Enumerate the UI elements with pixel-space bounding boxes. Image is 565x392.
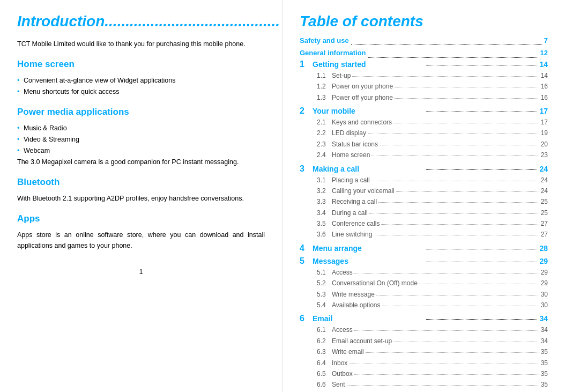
toc-sub-page: 16 bbox=[541, 92, 548, 103]
toc-sub-page: 30 bbox=[541, 289, 548, 300]
toc-sub-label: Status bar icons bbox=[332, 139, 378, 150]
toc-chapter: 2Your mobile172.1Keys and connectors172.… bbox=[300, 106, 548, 161]
toc-sub-label: Available options bbox=[332, 300, 381, 310]
section-power-media: Power media applicationsMusic & RadioVid… bbox=[17, 107, 265, 168]
toc-chapter-num: 2 bbox=[300, 106, 308, 116]
toc-sub-num: 2.4 bbox=[317, 150, 332, 160]
left-page-number: 1 bbox=[17, 268, 265, 276]
toc-sub-entry: 1.3Power off your phone16 bbox=[300, 92, 548, 103]
toc-chapter-num: 4 bbox=[300, 243, 308, 253]
toc-title: Table of contents bbox=[300, 13, 548, 30]
toc-sub-page: 35 bbox=[541, 346, 548, 357]
toc-sub-dots bbox=[396, 191, 539, 192]
section-paragraph: Apps store is an online software store, … bbox=[17, 230, 265, 251]
toc-sub-num: 6.3 bbox=[317, 346, 332, 357]
toc-chapters: 1Getting started141.1Set-up141.2Power on… bbox=[300, 60, 548, 390]
toc-sub-dots bbox=[395, 87, 539, 87]
toc-chapter: 1Getting started141.1Set-up141.2Power on… bbox=[300, 60, 548, 103]
toc-sub-label: Keys and connectors bbox=[332, 117, 392, 128]
toc-chapter-num: 5 bbox=[300, 256, 308, 266]
toc-chapter-num: 3 bbox=[300, 164, 308, 174]
toc-sub-page: 24 bbox=[541, 175, 548, 186]
toc-sub-dots bbox=[352, 76, 539, 77]
toc-sub-dots bbox=[366, 352, 539, 353]
toc-sub-dots bbox=[381, 224, 539, 225]
toc-chapter-dots bbox=[426, 319, 538, 320]
toc-entry-label: Safety and use bbox=[300, 34, 349, 47]
toc-sub-entry: 2.2LED display19 bbox=[300, 128, 548, 138]
toc-chapter-dots bbox=[426, 249, 538, 249]
toc-sub-dots bbox=[382, 306, 539, 306]
toc-sub-num: 6.1 bbox=[317, 324, 332, 335]
toc-chapter-title-row: 4Menu arrange28 bbox=[300, 243, 548, 253]
toc-sub-entry: 5.3Write message30 bbox=[300, 289, 548, 300]
bullet-item: Menu shortcuts for quick access bbox=[17, 86, 265, 98]
toc-chapter-label: Your mobile bbox=[313, 107, 424, 115]
toc-chapter-page: 28 bbox=[539, 244, 548, 253]
toc-sub-page: 14 bbox=[541, 70, 548, 81]
toc-sub-dots bbox=[349, 364, 539, 364]
toc-sub-entry: 6.2Email account set-up34 bbox=[300, 336, 548, 346]
toc-sub-entry: 3.5Conference calls27 bbox=[300, 218, 548, 229]
toc-sub-label: Access bbox=[332, 267, 353, 278]
section-apps: AppsApps store is an online software sto… bbox=[17, 213, 265, 251]
toc-sub-dots bbox=[419, 284, 539, 284]
toc-sub-page: 29 bbox=[541, 278, 548, 289]
toc-chapter-page: 14 bbox=[539, 60, 548, 69]
toc-sub-num: 5.3 bbox=[317, 289, 332, 300]
toc-sub-page: 35 bbox=[541, 379, 548, 390]
toc-chapter-title-row: 2Your mobile17 bbox=[300, 106, 548, 116]
toc-sub-dots bbox=[393, 342, 539, 342]
toc-sub-page: 27 bbox=[541, 218, 548, 229]
bullet-item: Video & Streaming bbox=[17, 134, 265, 145]
toc-sub-entry: 3.6Line switching27 bbox=[300, 229, 548, 240]
toc-sub-dots bbox=[354, 374, 539, 375]
right-page: Table of contents Safety and use7General… bbox=[282, 0, 565, 392]
intro-paragraph: TCT Mobile Limited would like to thank y… bbox=[17, 39, 265, 49]
toc-chapter-label: Making a call bbox=[313, 165, 424, 173]
toc-chapter: 6Email346.1Access346.2Email account set-… bbox=[300, 314, 548, 390]
left-page: Introduction............................… bbox=[0, 0, 282, 392]
toc-sub-label: Calling your voicemail bbox=[332, 186, 395, 196]
toc-sub-entry: 3.4During a call25 bbox=[300, 208, 548, 218]
toc-sub-num: 6.4 bbox=[317, 358, 332, 368]
toc-chapter-dots bbox=[426, 112, 538, 112]
toc-sub-page: 23 bbox=[541, 150, 548, 160]
toc-sub-entry: 5.2Conversational On (Off) mode29 bbox=[300, 278, 548, 289]
toc-sub-num: 3.5 bbox=[317, 218, 332, 229]
toc-chapter-title-row: 5Messages29 bbox=[300, 256, 548, 266]
toc-sub-entry: 2.1Keys and connectors17 bbox=[300, 117, 548, 128]
toc-sub-dots bbox=[378, 202, 539, 203]
toc-sub-entry: 2.3Status bar icons20 bbox=[300, 139, 548, 150]
toc-sub-dots bbox=[393, 123, 539, 123]
toc-sub-entry: 5.1Access29 bbox=[300, 267, 548, 278]
toc-sub-page: 25 bbox=[541, 196, 548, 207]
toc-entry-label: General information bbox=[300, 47, 366, 59]
toc-sub-dots bbox=[354, 273, 539, 273]
toc-sub-num: 3.2 bbox=[317, 186, 332, 196]
toc-sub-entry: 6.3Write email35 bbox=[300, 346, 548, 357]
toc-sub-entry: 6.5Outbox35 bbox=[300, 368, 548, 379]
toc-sub-dots bbox=[371, 156, 539, 156]
toc-sub-num: 5.2 bbox=[317, 278, 332, 289]
toc-sub-page: 25 bbox=[541, 208, 548, 218]
toc-sub-label: Receiving a call bbox=[332, 196, 377, 207]
section-home-screen: Home screenConvenient at-a-glance view o… bbox=[17, 59, 265, 98]
toc-sub-dots bbox=[371, 181, 539, 181]
toc-sub-entry: 3.3Receiving a call25 bbox=[300, 196, 548, 207]
toc-chapter-label: Menu arrange bbox=[313, 244, 424, 253]
toc-sub-num: 3.1 bbox=[317, 175, 332, 186]
toc-chapter-title-row: 1Getting started14 bbox=[300, 60, 548, 69]
bullet-item: Webcam bbox=[17, 145, 265, 157]
toc-sub-page: 35 bbox=[541, 358, 548, 368]
toc-chapter-label: Messages bbox=[313, 257, 424, 265]
toc-entry-page: 12 bbox=[540, 47, 548, 59]
toc-sub-entry: 1.2Power on your phone16 bbox=[300, 81, 548, 92]
intro-title: Introduction............................… bbox=[17, 13, 265, 30]
toc-sub-num: 2.3 bbox=[317, 139, 332, 150]
toc-sub-page: 16 bbox=[541, 81, 548, 92]
toc-sub-dots bbox=[368, 134, 539, 134]
toc-sub-label: During a call bbox=[332, 208, 368, 218]
section-title: Apps bbox=[17, 213, 265, 224]
toc-sub-num: 1.2 bbox=[317, 81, 332, 92]
